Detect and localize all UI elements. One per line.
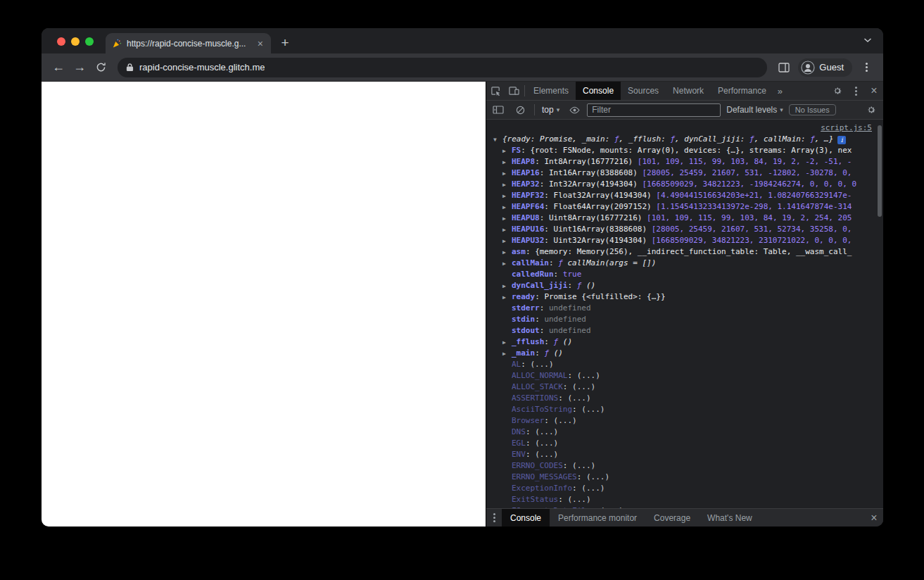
expand-triangle-icon[interactable]: ▶	[502, 213, 512, 224]
property-separator: :	[544, 416, 553, 425]
expand-triangle-icon[interactable]: ▶	[502, 157, 512, 168]
tab-favicon-icon	[112, 39, 122, 49]
drawer-tab-whats-new[interactable]: What's New	[699, 509, 761, 527]
expand-triangle-icon[interactable]: ▶	[502, 348, 512, 359]
drawer-close-icon[interactable]: ×	[865, 512, 883, 524]
console-settings-gear-icon[interactable]	[862, 101, 880, 119]
property-separator: :	[540, 179, 549, 189]
browser-menu-icon[interactable]	[856, 58, 876, 77]
issues-counter[interactable]: No Issues	[789, 104, 836, 115]
expand-triangle-icon[interactable]: ▶	[502, 202, 512, 213]
getter-invoke-ellipsis[interactable]: (...)	[567, 495, 590, 504]
property-name: HEAPU16	[512, 225, 544, 234]
tab-sources[interactable]: Sources	[621, 82, 666, 100]
address-bar[interactable]: rapid-concise-muscle.glitch.me	[118, 58, 767, 77]
context-selector[interactable]: top▾	[540, 105, 562, 115]
console-row: AL: (...)	[486, 359, 883, 370]
expand-triangle-icon[interactable]: ▶	[502, 146, 512, 156]
tab-elements[interactable]: Elements	[526, 82, 576, 100]
tab-performance[interactable]: Performance	[711, 82, 773, 100]
expand-triangle-icon[interactable]: ▼	[493, 134, 502, 145]
tab-network[interactable]: Network	[666, 82, 711, 100]
window-content: Elements Console Sources Network Perform…	[42, 82, 883, 527]
device-toolbar-icon[interactable]	[505, 82, 523, 100]
log-levels-selector[interactable]: Default levels▾	[724, 105, 785, 115]
avatar-icon	[801, 61, 815, 75]
tab-close-icon[interactable]: ×	[256, 37, 265, 50]
drawer-menu-icon[interactable]	[486, 509, 502, 527]
console-scrollbar[interactable]	[878, 125, 882, 217]
property-name: HEAPU8	[512, 213, 540, 222]
value-segment: ƒ	[614, 134, 619, 144]
getter-invoke-ellipsis[interactable]: (...)	[586, 472, 609, 481]
filter-input[interactable]	[587, 103, 721, 117]
expand-triangle-icon[interactable]: ▶	[502, 247, 512, 258]
getter-invoke-ellipsis[interactable]: (...)	[531, 360, 554, 369]
drawer-tab-performance-monitor[interactable]: Performance monitor	[550, 509, 645, 527]
expand-triangle-icon[interactable]: ▶	[502, 292, 512, 303]
close-window-button[interactable]	[57, 37, 65, 46]
devtools-settings-gear-icon[interactable]	[828, 82, 847, 100]
more-tabs-icon[interactable]: »	[773, 82, 787, 100]
clear-console-icon[interactable]	[511, 101, 529, 119]
source-link[interactable]: script.js:5	[821, 123, 872, 132]
profile-chip[interactable]: Guest	[798, 58, 852, 77]
zoom-window-button[interactable]	[85, 37, 94, 46]
getter-invoke-ellipsis[interactable]: (...)	[581, 405, 605, 414]
value-segment: [28005, 25459, 21607, 531, -12802, -3027…	[642, 168, 852, 177]
drawer-tab-console[interactable]: Console	[502, 509, 550, 527]
getter-invoke-ellipsis[interactable]: (...)	[581, 484, 605, 493]
getter-invoke-ellipsis[interactable]: (...)	[535, 439, 558, 448]
inspect-element-icon[interactable]	[486, 82, 505, 100]
tab-console[interactable]: Console	[576, 82, 621, 100]
console-row: ▶ready: Promise {<fulfilled>: {…}}	[486, 291, 883, 303]
getter-invoke-ellipsis[interactable]: (...)	[572, 461, 595, 470]
tab-title: https://rapid-concise-muscle.g...	[127, 39, 251, 49]
property-separator: :	[554, 270, 563, 279]
devtools-close-icon[interactable]: ×	[865, 84, 883, 97]
expand-triangle-icon[interactable]: ▶	[502, 225, 512, 235]
side-panel-icon[interactable]	[774, 58, 794, 77]
getter-invoke-ellipsis[interactable]: (...)	[600, 506, 624, 508]
value-segment: Uint32Array(4194304)	[554, 236, 652, 245]
value-segment: [28005, 25459, 21607, 531, 52734, 35258,…	[652, 225, 852, 234]
devtools-menu-icon[interactable]	[847, 82, 865, 100]
back-button[interactable]: ←	[49, 58, 68, 77]
console-sidebar-icon[interactable]	[489, 101, 507, 119]
lock-icon[interactable]	[126, 63, 134, 72]
expand-triangle-icon[interactable]: ▶	[502, 168, 512, 179]
expand-triangle-icon[interactable]: ▶	[502, 191, 512, 201]
console-row: ▶HEAPU32: Uint32Array(4194304) [16685090…	[486, 235, 883, 246]
expand-triangle-icon[interactable]: ▶	[502, 258, 512, 269]
getter-invoke-ellipsis[interactable]: (...)	[567, 393, 590, 403]
property-separator: :	[563, 382, 572, 391]
forward-button[interactable]: →	[70, 58, 89, 77]
getter-invoke-ellipsis[interactable]: (...)	[572, 382, 595, 391]
getter-invoke-ellipsis[interactable]: (...)	[535, 427, 558, 436]
console-entry-header: script.js:5	[486, 122, 883, 134]
live-expression-eye-icon[interactable]	[565, 101, 583, 119]
minimize-window-button[interactable]	[71, 37, 80, 46]
reload-button[interactable]	[91, 58, 110, 77]
expand-triangle-icon[interactable]: ▶	[502, 281, 512, 291]
property-separator: :	[544, 236, 553, 245]
property-separator: :	[563, 461, 572, 470]
expand-triangle-icon[interactable]: ▶	[502, 337, 512, 348]
console-row: ExceptionInfo: (...)	[486, 483, 883, 494]
property-name: _fflush	[512, 337, 544, 346]
value-segment: {root: FSNode, mounts: Array(0), devices…	[531, 146, 852, 155]
console-row: ▶HEAP8: Int8Array(16777216) [101, 109, 1…	[486, 156, 883, 168]
expand-triangle-icon[interactable]: ▶	[502, 179, 512, 190]
getter-invoke-ellipsis[interactable]: (...)	[554, 416, 577, 425]
browser-tab[interactable]: https://rapid-concise-muscle.g... ×	[106, 33, 271, 53]
getter-invoke-ellipsis[interactable]: (...)	[577, 371, 600, 380]
divider	[534, 104, 535, 115]
new-tab-button[interactable]: +	[275, 33, 295, 53]
info-icon[interactable]: i	[837, 136, 846, 144]
property-name: HEAP32	[512, 179, 540, 189]
getter-invoke-ellipsis[interactable]: (...)	[535, 450, 558, 459]
value-segment: ƒ	[577, 281, 586, 290]
drawer-tab-coverage[interactable]: Coverage	[645, 509, 699, 527]
expand-triangle-icon[interactable]: ▶	[502, 236, 512, 246]
tab-search-chevron-icon[interactable]	[863, 37, 872, 43]
